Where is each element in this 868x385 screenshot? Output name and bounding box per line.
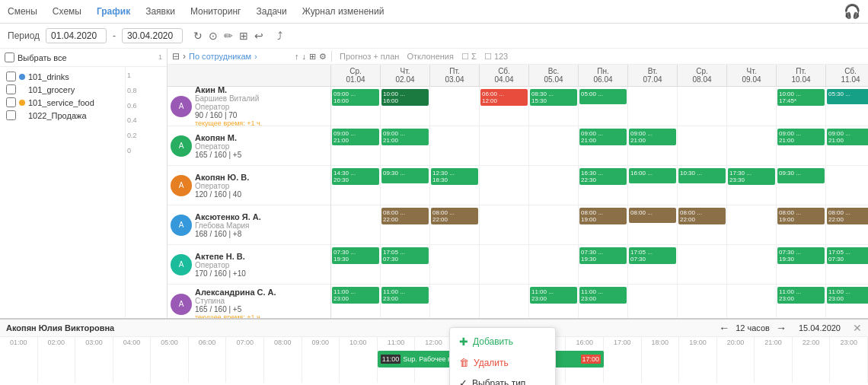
grid-cell-3-4[interactable] [529,205,579,245]
grid-cell-4-8[interactable] [727,245,777,285]
refresh-icon[interactable]: ↻ [193,30,203,42]
timeline-nav-left[interactable]: ← [719,322,729,334]
grid-cell-4-1[interactable]: 17:05 ...07:30 [381,245,430,285]
shift-block-2-5[interactable]: 16:30 ...22:30 [579,168,627,185]
nav-smeny[interactable]: Смены [8,6,37,17]
shift-block-0-0[interactable]: 09:00 ...16:00 [332,89,379,106]
grid-cell-4-2[interactable] [430,245,480,285]
grid-cell-1-10[interactable]: 09:00 ...21:00 [826,126,868,166]
timeline-nav-right[interactable]: → [776,322,787,334]
grid-cell-0-0[interactable]: 09:00 ...16:00 [331,87,381,126]
shift-block-4-1[interactable]: 17:05 ...07:30 [381,247,429,264]
grid-cell-2-4[interactable] [529,166,579,205]
grid-cell-3-2[interactable]: 08:00 ...22:00 [430,205,480,245]
grid-cell-4-3[interactable] [480,245,529,285]
grid-cell-3-7[interactable]: 08:00 ...22:00 [678,205,727,245]
shift-block-2-2[interactable]: 12:30 ...18:30 [431,168,478,185]
shift-block-0-9[interactable]: 10:00 ...17:45* [777,89,825,106]
context-menu-item-select-type[interactable]: ✓ Выбрать тип [450,373,555,385]
employee-row-2[interactable]: А Акопян Ю. В. Оператор 120 / 160 | 40 [168,166,330,205]
shift-block-2-8[interactable]: 17:30 ...23:30 [728,168,775,185]
shift-block-4-6[interactable]: 17:05 ...07:30 [629,247,676,264]
grid-cell-2-2[interactable]: 12:30 ...18:30 [430,166,480,205]
grid-cell-0-7[interactable] [678,87,727,126]
shift-block-0-1[interactable]: 10:00 ...16:00 [381,89,429,106]
grid-cell-0-5[interactable]: 05:00 ... [579,87,628,126]
nav-shemy[interactable]: Схемы [53,6,81,17]
grid-cell-0-9[interactable]: 10:00 ...17:45* [777,87,826,126]
employee-row-4[interactable]: А Актепе Н. В. Оператор 170 / 160 | +10 [168,245,330,285]
shift-block-0-5[interactable]: 05:00 ... [579,89,627,104]
shift-block-5-5[interactable]: 11:00 ...23:00 [579,287,627,304]
grid-cell-1-2[interactable] [430,126,480,166]
grid-cell-0-6[interactable] [628,87,678,126]
group-icon[interactable]: ⊞ [309,52,316,62]
shift-block-3-10[interactable]: 08:00 ...22:00 [827,208,868,224]
sigma-checkbox[interactable]: ☐ Σ [461,52,477,62]
shift-block-0-10[interactable]: 05:30 ... [827,89,868,104]
grid-cell-1-7[interactable] [678,126,727,166]
shift-block-2-7[interactable]: 10:30 ... [678,168,726,183]
grid-cell-4-9[interactable]: 07:30 ...19:30 [777,245,826,285]
sort-desc-icon[interactable]: ↓ [302,52,307,61]
otkloneniya-tab[interactable]: Отклонения [407,52,454,61]
filter-by-employees-label[interactable]: По сотрудникам [189,52,251,61]
num-checkbox[interactable]: ☐ 123 [484,52,508,62]
filter-checkbox-0[interactable] [6,72,16,81]
grid-cell-0-1[interactable]: 10:00 ...16:00 [381,87,430,126]
nav-zadachi[interactable]: Задачи [256,6,286,17]
timeline-close-btn[interactable]: ✕ [853,322,862,334]
shift-block-5-1[interactable]: 11:00 ...23:00 [381,287,429,304]
shift-block-2-6[interactable]: 16:00 ... [629,168,676,183]
filter-checkbox-3[interactable] [6,110,16,120]
undo-icon[interactable]: ↩ [254,30,263,42]
context-menu-item-add[interactable]: ✚ Добавить [450,331,555,352]
shift-block-3-7[interactable]: 08:00 ...22:00 [678,208,726,224]
grid-cell-4-0[interactable]: 07:30 ...19:30 [331,245,381,285]
grid-cell-2-3[interactable] [480,166,529,205]
shift-block-2-9[interactable]: 09:30 ... [777,168,825,183]
grid-cell-2-7[interactable]: 10:30 ... [678,166,727,205]
select-all-checkbox[interactable] [5,52,14,62]
filter-checkbox-2[interactable] [6,97,16,107]
employee-row-0[interactable]: А Акин М. Баршиев Виталий Оператор 90 / … [168,87,330,126]
employee-row-1[interactable]: А Акопян М. Оператор 165 / 160 | +5 [168,126,330,166]
grid-cell-3-0[interactable] [331,205,381,245]
nav-journal[interactable]: Журнал изменений [302,6,385,17]
arrow-right-icon[interactable]: › [183,51,186,62]
shift-block-3-2[interactable]: 08:00 ...22:00 [431,208,478,224]
shift-block-0-4[interactable]: 08:30 ...15:30 [530,89,577,106]
grid-cell-2-6[interactable]: 16:00 ... [628,166,678,205]
shift-block-1-10[interactable]: 09:00 ...21:00 [827,129,868,145]
shift-block-1-6[interactable]: 09:00 ...21:00 [629,129,676,145]
shift-block-1-9[interactable]: 09:00 ...21:00 [777,129,825,145]
grid-cell-4-10[interactable]: 17:05 ...07:30 [826,245,868,285]
grid-cell-1-9[interactable]: 09:00 ...21:00 [777,126,826,166]
shift-block-3-6[interactable]: 08:00 ... [629,208,676,223]
period-from-input[interactable] [46,28,107,43]
grid-cell-2-1[interactable]: 09:30 ... [381,166,430,205]
copy-icon[interactable]: ⊙ [209,30,218,42]
shift-block-2-1[interactable]: 09:30 ... [381,168,429,183]
grid-cell-2-8[interactable]: 17:30 ...23:30 [727,166,777,205]
grid-cell-2-5[interactable]: 16:30 ...22:30 [579,166,628,205]
sort-asc-icon[interactable]: ↑ [295,52,299,61]
shift-block-4-9[interactable]: 07:30 ...19:30 [777,247,825,264]
grid-cell-1-4[interactable] [529,126,579,166]
grid-cell-3-1[interactable]: 08:00 ...22:00 [381,205,430,245]
context-menu-item-delete[interactable]: 🗑 Удалить [450,352,555,373]
filter-arrow-icon[interactable]: › [254,52,257,61]
grid-cell-1-5[interactable]: 09:00 ...21:00 [579,126,628,166]
shift-block-5-10[interactable]: 11:00 ...23:00 [827,287,868,304]
shift-block-3-1[interactable]: 08:00 ...22:00 [381,208,429,224]
grid-cell-1-1[interactable]: 09:00 ...21:00 [381,126,430,166]
shift-block-4-0[interactable]: 07:30 ...19:30 [332,247,379,264]
shift-block-1-0[interactable]: 09:00 ...21:00 [332,129,379,145]
grid-cell-1-8[interactable] [727,126,777,166]
nav-monitoring[interactable]: Мониторинг [190,6,241,17]
grid-cell-1-0[interactable]: 09:00 ...21:00 [331,126,381,166]
grid-cell-4-7[interactable] [678,245,727,285]
grid-cell-3-5[interactable]: 08:00 ...19:00 [579,205,628,245]
shift-block-3-9[interactable]: 08:00 ...19:00 [777,208,825,224]
shift-block-2-0[interactable]: 14:30 ...20:30 [332,168,379,185]
